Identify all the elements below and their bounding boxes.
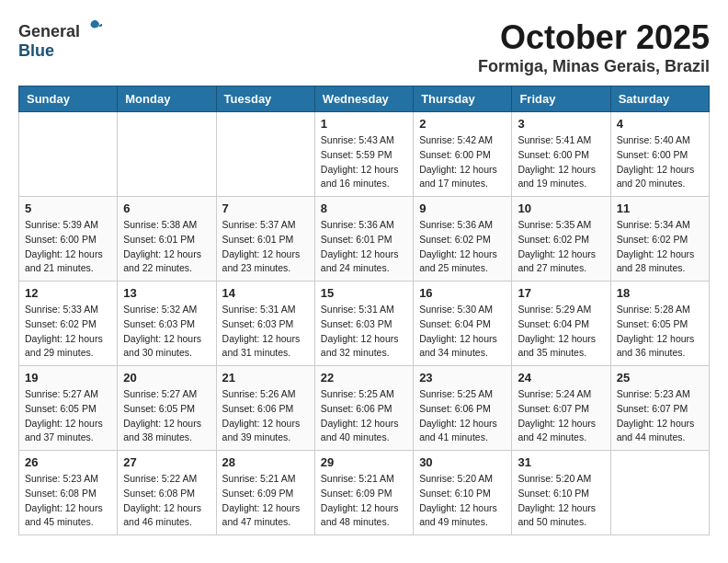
- day-info: Sunrise: 5:37 AMSunset: 6:01 PMDaylight:…: [222, 218, 309, 276]
- day-info: Sunrise: 5:36 AMSunset: 6:01 PMDaylight:…: [321, 218, 407, 276]
- day-number: 26: [25, 455, 111, 469]
- location-title: Formiga, Minas Gerais, Brazil: [478, 57, 710, 76]
- day-info: Sunrise: 5:25 AMSunset: 6:06 PMDaylight:…: [419, 387, 506, 445]
- day-info: Sunrise: 5:39 AMSunset: 6:00 PMDaylight:…: [25, 218, 111, 276]
- calendar-table: SundayMondayTuesdayWednesdayThursdayFrid…: [18, 86, 710, 535]
- day-number: 19: [25, 371, 111, 385]
- day-number: 25: [617, 371, 703, 385]
- day-number: 1: [321, 117, 407, 131]
- weekday-header-tuesday: Tuesday: [216, 86, 314, 112]
- calendar-cell: 14Sunrise: 5:31 AMSunset: 6:03 PMDayligh…: [216, 282, 314, 366]
- week-row-2: 5Sunrise: 5:39 AMSunset: 6:00 PMDaylight…: [19, 197, 710, 282]
- day-number: 24: [518, 371, 604, 385]
- day-info: Sunrise: 5:32 AMSunset: 6:03 PMDaylight:…: [123, 303, 210, 361]
- calendar-cell: 30Sunrise: 5:20 AMSunset: 6:10 PMDayligh…: [414, 451, 512, 535]
- day-number: 20: [123, 371, 210, 385]
- day-number: 29: [321, 455, 407, 469]
- day-info: Sunrise: 5:31 AMSunset: 6:03 PMDaylight:…: [321, 303, 407, 361]
- day-number: 10: [518, 201, 604, 215]
- week-row-3: 12Sunrise: 5:33 AMSunset: 6:02 PMDayligh…: [19, 282, 710, 366]
- calendar-cell: 3Sunrise: 5:41 AMSunset: 6:00 PMDaylight…: [512, 112, 610, 197]
- day-info: Sunrise: 5:21 AMSunset: 6:09 PMDaylight:…: [222, 472, 309, 530]
- day-info: Sunrise: 5:43 AMSunset: 5:59 PMDaylight:…: [321, 133, 407, 191]
- calendar-cell: 9Sunrise: 5:36 AMSunset: 6:02 PMDaylight…: [414, 197, 512, 282]
- weekday-header-friday: Friday: [512, 86, 610, 112]
- calendar-cell: 2Sunrise: 5:42 AMSunset: 6:00 PMDaylight…: [414, 112, 512, 197]
- day-info: Sunrise: 5:20 AMSunset: 6:10 PMDaylight:…: [419, 472, 506, 530]
- logo-general: General: [18, 22, 80, 40]
- day-info: Sunrise: 5:41 AMSunset: 6:00 PMDaylight:…: [518, 133, 604, 191]
- calendar-cell: 22Sunrise: 5:25 AMSunset: 6:06 PMDayligh…: [314, 366, 413, 451]
- calendar-cell: 1Sunrise: 5:43 AMSunset: 5:59 PMDaylight…: [314, 112, 413, 197]
- day-number: 14: [222, 286, 309, 300]
- day-info: Sunrise: 5:33 AMSunset: 6:02 PMDaylight:…: [25, 303, 111, 361]
- calendar-cell: 20Sunrise: 5:27 AMSunset: 6:05 PMDayligh…: [118, 366, 216, 451]
- title-area: October 2025 Formiga, Minas Gerais, Braz…: [478, 18, 710, 76]
- calendar-cell: 10Sunrise: 5:35 AMSunset: 6:02 PMDayligh…: [512, 197, 610, 282]
- calendar-cell: 23Sunrise: 5:25 AMSunset: 6:06 PMDayligh…: [414, 366, 512, 451]
- day-number: 9: [419, 201, 506, 215]
- calendar-cell: 19Sunrise: 5:27 AMSunset: 6:05 PMDayligh…: [19, 366, 118, 451]
- weekday-header-sunday: Sunday: [19, 86, 118, 112]
- day-number: 11: [617, 201, 703, 215]
- header: General Blue October 2025 Formiga, Minas…: [18, 18, 710, 76]
- day-info: Sunrise: 5:24 AMSunset: 6:07 PMDaylight:…: [518, 387, 604, 445]
- calendar-cell: 31Sunrise: 5:20 AMSunset: 6:10 PMDayligh…: [512, 451, 610, 535]
- logo-blue: Blue: [18, 41, 54, 60]
- day-number: 7: [222, 201, 309, 215]
- day-info: Sunrise: 5:30 AMSunset: 6:04 PMDaylight:…: [419, 303, 506, 361]
- calendar-cell: 27Sunrise: 5:22 AMSunset: 6:08 PMDayligh…: [118, 451, 216, 535]
- calendar-cell: 13Sunrise: 5:32 AMSunset: 6:03 PMDayligh…: [118, 282, 216, 366]
- day-info: Sunrise: 5:27 AMSunset: 6:05 PMDaylight:…: [123, 387, 210, 445]
- day-info: Sunrise: 5:38 AMSunset: 6:01 PMDaylight:…: [123, 218, 210, 276]
- calendar-cell: 12Sunrise: 5:33 AMSunset: 6:02 PMDayligh…: [19, 282, 118, 366]
- day-info: Sunrise: 5:21 AMSunset: 6:09 PMDaylight:…: [321, 472, 407, 530]
- calendar-cell: 29Sunrise: 5:21 AMSunset: 6:09 PMDayligh…: [314, 451, 413, 535]
- calendar-cell: 15Sunrise: 5:31 AMSunset: 6:03 PMDayligh…: [314, 282, 413, 366]
- calendar-cell: 4Sunrise: 5:40 AMSunset: 6:00 PMDaylight…: [610, 112, 709, 197]
- day-info: Sunrise: 5:22 AMSunset: 6:08 PMDaylight:…: [123, 472, 210, 530]
- day-info: Sunrise: 5:28 AMSunset: 6:05 PMDaylight:…: [617, 303, 703, 361]
- day-info: Sunrise: 5:20 AMSunset: 6:10 PMDaylight:…: [518, 472, 604, 530]
- day-info: Sunrise: 5:36 AMSunset: 6:02 PMDaylight:…: [419, 218, 506, 276]
- day-info: Sunrise: 5:42 AMSunset: 6:00 PMDaylight:…: [419, 133, 506, 191]
- weekday-header-saturday: Saturday: [610, 86, 709, 112]
- day-number: 27: [123, 455, 210, 469]
- weekday-header-thursday: Thursday: [414, 86, 512, 112]
- day-number: 28: [222, 455, 309, 469]
- calendar-cell: 21Sunrise: 5:26 AMSunset: 6:06 PMDayligh…: [216, 366, 314, 451]
- calendar-cell: 8Sunrise: 5:36 AMSunset: 6:01 PMDaylight…: [314, 197, 413, 282]
- calendar-cell: 25Sunrise: 5:23 AMSunset: 6:07 PMDayligh…: [610, 366, 709, 451]
- calendar-cell: 7Sunrise: 5:37 AMSunset: 6:01 PMDaylight…: [216, 197, 314, 282]
- calendar-cell: 11Sunrise: 5:34 AMSunset: 6:02 PMDayligh…: [610, 197, 709, 282]
- day-number: 17: [518, 286, 604, 300]
- calendar-cell: 24Sunrise: 5:24 AMSunset: 6:07 PMDayligh…: [512, 366, 610, 451]
- day-info: Sunrise: 5:23 AMSunset: 6:08 PMDaylight:…: [25, 472, 111, 530]
- day-number: 21: [222, 371, 309, 385]
- day-number: 30: [419, 455, 506, 469]
- calendar-cell: 5Sunrise: 5:39 AMSunset: 6:00 PMDaylight…: [19, 197, 118, 282]
- week-row-4: 19Sunrise: 5:27 AMSunset: 6:05 PMDayligh…: [19, 366, 710, 451]
- month-title: October 2025: [478, 18, 710, 57]
- calendar-cell: 18Sunrise: 5:28 AMSunset: 6:05 PMDayligh…: [610, 282, 709, 366]
- day-number: 6: [123, 201, 210, 215]
- day-number: 18: [617, 286, 703, 300]
- calendar-cell: 28Sunrise: 5:21 AMSunset: 6:09 PMDayligh…: [216, 451, 314, 535]
- day-info: Sunrise: 5:40 AMSunset: 6:00 PMDaylight:…: [617, 133, 703, 191]
- day-number: 13: [123, 286, 210, 300]
- day-info: Sunrise: 5:23 AMSunset: 6:07 PMDaylight:…: [617, 387, 703, 445]
- logo-bird-icon: [86, 18, 105, 37]
- day-info: Sunrise: 5:35 AMSunset: 6:02 PMDaylight:…: [518, 218, 604, 276]
- day-number: 22: [321, 371, 407, 385]
- day-number: 4: [617, 117, 703, 131]
- week-row-5: 26Sunrise: 5:23 AMSunset: 6:08 PMDayligh…: [19, 451, 710, 535]
- day-number: 8: [321, 201, 407, 215]
- calendar-cell: [216, 112, 314, 197]
- day-info: Sunrise: 5:29 AMSunset: 6:04 PMDaylight:…: [518, 303, 604, 361]
- day-number: 23: [419, 371, 506, 385]
- calendar-cell: [118, 112, 216, 197]
- day-number: 5: [25, 201, 111, 215]
- day-info: Sunrise: 5:34 AMSunset: 6:02 PMDaylight:…: [617, 218, 703, 276]
- weekday-header-wednesday: Wednesday: [314, 86, 413, 112]
- day-number: 16: [419, 286, 506, 300]
